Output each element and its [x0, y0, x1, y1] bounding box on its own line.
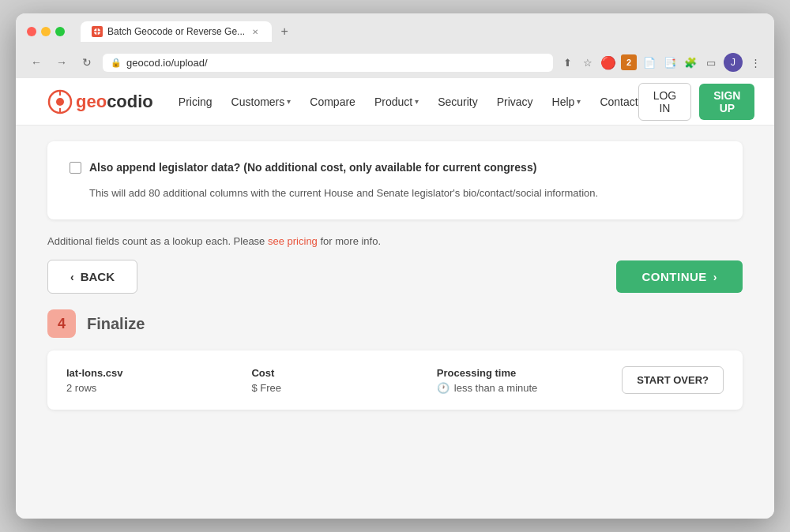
- nav-compare[interactable]: Compare: [310, 96, 356, 108]
- step-title: Finalize: [87, 315, 145, 333]
- svg-point-2: [56, 98, 64, 106]
- cost-col: Cost $ Free: [251, 367, 436, 394]
- nav-links: Pricing Customers ▾ Compare Product ▾ Se…: [179, 96, 638, 108]
- extension-icon-3[interactable]: 📄: [641, 54, 657, 70]
- step-nav-buttons: ‹ BACK CONTINUE ›: [47, 260, 743, 294]
- menu-icon[interactable]: ⋮: [747, 54, 763, 70]
- chevron-down-icon: ▾: [577, 97, 581, 106]
- continue-button[interactable]: CONTINUE ›: [616, 260, 743, 293]
- bookmark-icon[interactable]: ☆: [580, 54, 596, 70]
- reload-button[interactable]: ↻: [77, 53, 96, 72]
- extension-icon-4[interactable]: 📑: [662, 54, 678, 70]
- logo[interactable]: geocodio: [47, 89, 153, 114]
- back-button[interactable]: ‹ BACK: [47, 260, 137, 294]
- back-nav-button[interactable]: ←: [27, 53, 46, 72]
- chevron-down-icon: ▾: [287, 97, 291, 106]
- step-number-badge: 4: [47, 309, 76, 338]
- address-bar[interactable]: 🔒 geocod.io/upload/: [103, 54, 553, 72]
- url-text: geocod.io/upload/: [126, 57, 208, 69]
- start-over-button[interactable]: START OVER?: [622, 366, 724, 394]
- cost-label: Cost: [251, 367, 436, 379]
- legislator-checkbox-label: Also append legislator data? (No additio…: [89, 160, 536, 176]
- nav-pricing[interactable]: Pricing: [179, 96, 213, 108]
- filename-col: lat-lons.csv 2 rows: [66, 367, 251, 394]
- append-options-card: Also append legislator data? (No additio…: [47, 141, 743, 219]
- filename-label: lat-lons.csv: [66, 367, 251, 379]
- pricing-info-text: Additional fields count as a lookup each…: [47, 235, 743, 247]
- main-content: Also append legislator data? (No additio…: [16, 126, 774, 519]
- login-button[interactable]: LOG IN: [638, 83, 692, 121]
- nav-product[interactable]: Product ▾: [374, 96, 419, 108]
- close-control[interactable]: [27, 27, 36, 36]
- row-count: 2 rows: [66, 382, 251, 394]
- tab-title: Batch Geocode or Reverse Ge...: [107, 26, 245, 37]
- step-4-section: 4 Finalize lat-lons.csv 2 rows Cost $ Fr…: [47, 309, 743, 410]
- clock-icon: 🕐: [437, 382, 450, 394]
- share-icon[interactable]: ⬆: [559, 54, 575, 70]
- legislator-checkbox-desc: This will add 80 additional columns with…: [89, 185, 720, 201]
- step-4-header: 4 Finalize: [47, 309, 743, 338]
- browser-tab[interactable]: Batch Geocode or Reverse Ge... ✕: [81, 21, 272, 42]
- signup-button[interactable]: SIGN UP: [699, 84, 754, 120]
- extension-icon-1[interactable]: 🔴: [600, 54, 616, 70]
- processing-label: Processing time: [437, 367, 622, 379]
- nav-privacy[interactable]: Privacy: [497, 96, 533, 108]
- chevron-down-icon: ▾: [415, 97, 419, 106]
- legislator-checkbox-row: Also append legislator data? (No additio…: [70, 160, 720, 176]
- back-arrow-icon: ‹: [70, 271, 74, 283]
- tab-close-icon[interactable]: ✕: [250, 26, 261, 37]
- minimize-control[interactable]: [41, 27, 51, 36]
- new-tab-button[interactable]: +: [275, 22, 294, 41]
- legislator-checkbox[interactable]: [70, 162, 81, 174]
- nav-contact[interactable]: Contact: [600, 96, 638, 108]
- see-pricing-link[interactable]: see pricing: [268, 235, 318, 247]
- lock-icon: 🔒: [111, 58, 122, 68]
- summary-card: lat-lons.csv 2 rows Cost $ Free Processi…: [47, 350, 743, 410]
- forward-nav-button[interactable]: →: [52, 53, 71, 72]
- extensions-button[interactable]: 🧩: [683, 54, 698, 70]
- maximize-control[interactable]: [55, 27, 65, 36]
- profile-avatar[interactable]: J: [724, 53, 743, 72]
- cost-value: $ Free: [251, 382, 436, 394]
- tab-favicon: [92, 26, 103, 37]
- nav-customers[interactable]: Customers ▾: [231, 96, 292, 108]
- sidebar-icon[interactable]: ▭: [703, 54, 719, 70]
- nav-help[interactable]: Help ▾: [552, 96, 581, 108]
- main-nav: geocodio Pricing Customers ▾ Compare Pro…: [16, 78, 774, 126]
- processing-row: 🕐 less than a minute: [437, 382, 622, 394]
- processing-value: less than a minute: [454, 382, 538, 394]
- logo-text: geocodio: [76, 92, 153, 112]
- forward-arrow-icon: ›: [713, 271, 717, 283]
- extension-icon-2[interactable]: 2: [621, 54, 637, 70]
- processing-col: Processing time 🕐 less than a minute: [437, 367, 622, 394]
- nav-security[interactable]: Security: [438, 96, 478, 108]
- navigation-section: Additional fields count as a lookup each…: [47, 235, 743, 294]
